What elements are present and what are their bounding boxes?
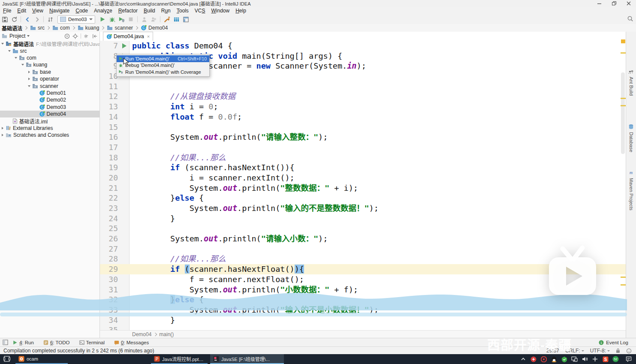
back-icon[interactable] — [23, 15, 32, 24]
save-icon[interactable] — [0, 15, 9, 24]
layout-icon[interactable] — [181, 15, 190, 24]
breadcrumb-item-基础语法[interactable]: 基础语法 — [0, 24, 23, 32]
breadcrumb-item-src[interactable]: src — [28, 25, 45, 31]
menu-item-code[interactable]: Code — [72, 8, 91, 14]
code-line[interactable]: 34 } — [100, 315, 626, 325]
restore-button[interactable] — [607, 0, 621, 7]
stop-icon[interactable] — [126, 15, 136, 24]
editor-breadcrumb-item[interactable]: main() — [158, 331, 175, 337]
menu-item-window[interactable]: Window — [208, 8, 232, 14]
warning-stripe-mark[interactable] — [621, 39, 625, 43]
breadcrumb-item-kuang[interactable]: kuang — [76, 25, 100, 31]
code-line[interactable]: 15 — [100, 122, 626, 132]
project-panel-title[interactable]: Project — [9, 33, 25, 39]
coverage-icon[interactable] — [117, 15, 126, 24]
tree-chevron-icon[interactable] — [1, 43, 4, 45]
code-line[interactable]: 16 System.out.println("请输入整数："); — [100, 132, 626, 142]
locate-file-icon[interactable] — [72, 33, 78, 39]
close-button[interactable] — [621, 0, 636, 7]
qq-icon[interactable] — [551, 356, 557, 362]
encoding-select[interactable]: UTF-8: — [590, 348, 610, 354]
tree-chevron-icon[interactable] — [35, 106, 37, 108]
toolwindow-button-terminal[interactable]: Terminal — [79, 340, 105, 345]
hide-panel-icon[interactable] — [92, 33, 98, 39]
toolwindow-button-6todo[interactable]: 6: TODO — [43, 340, 70, 345]
volume-icon[interactable] — [582, 356, 588, 362]
menu-item-help[interactable]: Help — [232, 8, 249, 14]
breadcrumb-item-com[interactable]: com — [51, 25, 71, 31]
security-icon[interactable] — [561, 356, 567, 362]
code-line[interactable]: 35 — [100, 325, 626, 330]
tool-stripe-maven-projects[interactable]: mMaven Projects — [626, 170, 636, 211]
tree-chevron-icon[interactable] — [9, 120, 10, 122]
tree-chevron-icon[interactable] — [8, 50, 11, 52]
code-line[interactable]: 12 //从键盘接收数据 — [100, 91, 626, 102]
recorder-icon[interactable] — [540, 356, 547, 362]
code-line[interactable]: 24 } — [100, 214, 626, 224]
battery-52-icon[interactable]: 52 — [612, 356, 619, 362]
sync-icon[interactable] — [9, 15, 19, 24]
taskbar-app-idea[interactable]: JavaSE [F:\班级管理\... — [210, 354, 284, 364]
event-log-button[interactable]: 1 Event Log — [599, 340, 628, 345]
menu-item-edit[interactable]: Edit — [14, 8, 29, 14]
tree-chevron-icon[interactable] — [35, 99, 37, 101]
editor-tab-demo04[interactable]: C Demo04.java × — [103, 32, 153, 41]
tool-window-switcher-icon[interactable] — [3, 340, 8, 346]
tree-item-基础语法[interactable]: 基础语法F:\班级管理\网课班\代码\JavaSE\基础 — [0, 40, 99, 47]
toolwindow-button-0messages[interactable]: 0: Messages — [114, 340, 149, 345]
warning-stripe-mark[interactable] — [621, 277, 626, 278]
menu-item-vcs[interactable]: VCS — [192, 8, 208, 14]
close-tab-icon[interactable]: × — [147, 34, 150, 39]
forward-icon[interactable] — [32, 15, 42, 24]
ime-cross-icon[interactable] — [592, 356, 598, 362]
menu-item-debug[interactable]: Debug 'Demo04.main()' — [117, 62, 209, 69]
code-line[interactable]: 11 — [100, 81, 626, 92]
display-icon[interactable] — [571, 356, 578, 362]
table-icon[interactable] — [172, 15, 181, 24]
code-line[interactable]: 20 i = scanner.nextInt(); — [100, 173, 626, 183]
breadcrumb-item-Demo04[interactable]: CDemo04 — [139, 25, 169, 31]
tree-chevron-icon[interactable] — [28, 71, 30, 73]
tree-chevron-icon[interactable] — [2, 127, 3, 129]
tree-chevron-icon[interactable] — [15, 57, 17, 59]
screwdriver-icon[interactable] — [162, 15, 172, 24]
highlighting-level-icon[interactable] — [626, 348, 632, 354]
code-line[interactable]: 23 System.out.println("输入的不是整数数据！"); — [100, 203, 626, 214]
taskbar-app-ocam[interactable]: ocam — [15, 354, 68, 364]
tree-item-Scratches and Consoles[interactable]: Scratches and Consoles — [0, 132, 99, 138]
tree-chevron-icon[interactable] — [35, 113, 37, 115]
tree-item-External Libraries[interactable]: External Libraries — [0, 125, 99, 132]
tree-item-scanner[interactable]: scanner — [0, 82, 99, 89]
debug-icon[interactable] — [107, 15, 117, 24]
code-line[interactable]: 13 int i = 0; — [100, 102, 626, 112]
tree-item-base[interactable]: base — [0, 69, 99, 75]
warning-stripe-mark[interactable] — [621, 105, 626, 106]
tree-chevron-icon[interactable] — [28, 78, 30, 80]
notifications-icon[interactable] — [625, 356, 632, 362]
tree-chevron-icon[interactable] — [21, 64, 24, 66]
warning-stripe-mark[interactable] — [621, 98, 626, 99]
chevron-down-icon[interactable] — [27, 35, 30, 37]
collapse-all-icon[interactable] — [64, 33, 70, 39]
search-everywhere-icon[interactable] — [627, 15, 633, 24]
tree-item-com[interactable]: com — [0, 54, 99, 61]
updown-icon[interactable] — [45, 15, 55, 24]
tree-item-Demo04[interactable]: CDemo04 — [0, 111, 99, 117]
run-configuration-select[interactable]: Demo03 — [57, 15, 95, 24]
menu-item-run[interactable]: Run 'Demo04.main()' with Coverage — [117, 69, 209, 75]
code-line[interactable]: 19 if (scanner.hasNextInt()){ — [100, 162, 626, 173]
tree-item-kuang[interactable]: kuang — [0, 61, 99, 68]
code-line[interactable]: 17 — [100, 142, 626, 153]
tree-chevron-icon[interactable] — [28, 85, 30, 87]
warning-stripe-mark[interactable] — [621, 284, 626, 286]
code-line[interactable]: 21 System.out.println("整数数据：" + i); — [100, 183, 626, 193]
code-line[interactable]: 25 — [100, 223, 626, 234]
sogou-icon[interactable]: S — [602, 356, 609, 362]
taskbar-app-ppt[interactable]: PJava流程控制.pptx - ... — [151, 354, 208, 364]
breadcrumb-item-scanner[interactable]: scanner — [105, 25, 134, 31]
chevron-up-icon[interactable] — [520, 356, 526, 362]
lock-icon[interactable] — [616, 348, 620, 353]
code-line[interactable]: 7public class Demo04 { — [100, 41, 626, 51]
task-view-button[interactable] — [3, 355, 10, 364]
tree-item-Demo03[interactable]: CDemo03 — [0, 104, 99, 111]
